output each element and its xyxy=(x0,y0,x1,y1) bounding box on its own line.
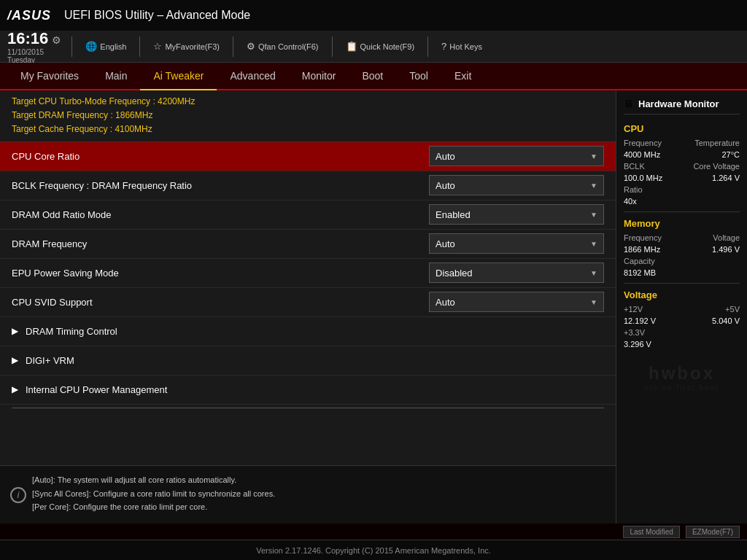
hw-cpu-temp-value: 27°C xyxy=(721,150,740,159)
digi-vrm-label: DIGI+ VRM xyxy=(26,355,74,366)
hotkeys-label: Hot Keys xyxy=(449,42,482,51)
globe-icon: 🌐 xyxy=(85,41,97,52)
bclk-freq-label: BCLK Frequency : DRAM Frequency Ratio xyxy=(12,180,429,191)
dram-freq-dropdown[interactable]: Auto ▼ xyxy=(429,233,604,254)
settings-divider xyxy=(12,408,604,408)
hw-5v-value: 5.040 V xyxy=(712,316,740,325)
ez-mode-button[interactable]: EZMode(F7) xyxy=(686,526,740,538)
footer-text: Version 2.17.1246. Copyright (C) 2015 Am… xyxy=(256,546,491,555)
setting-row-epu: EPU Power Saving Mode Disabled ▼ xyxy=(0,259,616,288)
nav-item-ai-tweaker[interactable]: Ai Tweaker xyxy=(140,63,217,90)
hw-bclk-label: BCLK xyxy=(624,162,645,171)
star-icon: ☆ xyxy=(153,41,162,52)
dropdown-arrow-5: ▼ xyxy=(590,269,597,277)
cpu-svid-value: Auto ▼ xyxy=(429,292,604,312)
epu-dropdown[interactable]: Disabled ▼ xyxy=(429,262,604,283)
cpu-svid-label: CPU SVID Support xyxy=(12,297,429,308)
info-text-3: [Per Core]: Configure the core ratio lim… xyxy=(32,500,604,514)
hw-ratio-value: 40x xyxy=(624,197,637,206)
hw-header: 🖥 Hardware Monitor xyxy=(624,98,740,114)
hw-12v-value: 12.192 V xyxy=(624,316,656,325)
expand-arrow-1: ▶ xyxy=(12,326,18,336)
epu-value: Disabled ▼ xyxy=(429,262,604,283)
hotkeys-icon: ? xyxy=(441,41,446,52)
asus-logo: /ASUS xyxy=(7,8,51,23)
setting-row-bclk-freq: BCLK Frequency : DRAM Frequency Ratio Au… xyxy=(0,171,616,201)
hw-title: Hardware Monitor xyxy=(638,98,719,109)
note-icon: 📋 xyxy=(346,41,357,52)
clock-time: 16:16 xyxy=(7,29,48,47)
hw-cpu-row-3: BCLK Core Voltage xyxy=(624,162,740,171)
expand-arrow-3: ▶ xyxy=(12,384,18,394)
nav-item-exit[interactable]: Exit xyxy=(441,63,484,89)
hw-cpu-row-1: Frequency Temperature xyxy=(624,139,740,147)
bclk-freq-dropdown[interactable]: Auto ▼ xyxy=(429,175,604,195)
hw-volt-row-2: 12.192 V 5.040 V xyxy=(624,316,740,325)
header-title: UEFI BIOS Utility – Advanced Mode xyxy=(64,9,250,22)
info-bar: Target CPU Turbo-Mode Frequency : 4200MH… xyxy=(0,90,616,142)
hw-memory-title: Memory xyxy=(624,218,740,229)
right-panel: 🖥 Hardware Monitor CPU Frequency Tempera… xyxy=(616,90,747,524)
toolbar-sep-4 xyxy=(332,36,333,57)
left-panel: Target CPU Turbo-Mode Frequency : 4200MH… xyxy=(0,90,616,524)
hw-volt-row-3: +3.3V xyxy=(624,328,740,337)
hw-volt-row-1: +12V +5V xyxy=(624,305,740,314)
hw-ratio-label: Ratio xyxy=(624,185,643,194)
hw-temp-label: Temperature xyxy=(694,139,740,147)
hw-capacity-label: Capacity xyxy=(624,257,655,265)
myfavorite-label: MyFavorite(F3) xyxy=(165,42,220,51)
cpu-core-ratio-dropdown[interactable]: Auto ▼ xyxy=(429,146,604,166)
hw-cpu-freq-value: 4000 MHz xyxy=(624,150,660,159)
cpu-core-ratio-value: Auto ▼ xyxy=(429,146,604,166)
hw-mem-row-4: 8192 MB xyxy=(624,268,740,277)
cpu-core-ratio-label: CPU Core Ratio xyxy=(12,151,429,162)
nav-item-main[interactable]: Main xyxy=(92,63,140,89)
nav-item-boot[interactable]: Boot xyxy=(349,63,396,89)
dram-timing-control-row[interactable]: ▶ DRAM Timing Control xyxy=(0,317,616,346)
hw-core-volt-value: 1.264 V xyxy=(712,174,740,182)
nav-item-monitor[interactable]: Monitor xyxy=(289,63,349,89)
nav-item-advanced[interactable]: Advanced xyxy=(217,63,288,89)
hw-cpu-row-4: 100.0 MHz 1.264 V xyxy=(624,174,740,182)
dram-odd-dropdown[interactable]: Enabled ▼ xyxy=(429,204,604,225)
quicknote-button[interactable]: 📋 Quick Note(F9) xyxy=(340,38,421,55)
hw-voltage-title: Voltage xyxy=(624,289,740,300)
hw-bclk-value: 100.0 MHz xyxy=(624,174,662,182)
header: /ASUS UEFI BIOS Utility – Advanced Mode xyxy=(0,0,747,31)
hw-mem-row-3: Capacity xyxy=(624,257,740,265)
internal-cpu-power-row[interactable]: ▶ Internal CPU Power Management xyxy=(0,376,616,405)
dram-freq-value: Auto ▼ xyxy=(429,233,604,254)
hw-mem-row-1: Frequency Voltage xyxy=(624,233,740,242)
language-button[interactable]: 🌐 English xyxy=(80,38,132,55)
info-icon: i xyxy=(10,487,26,503)
hwbox-watermark: hwbox xyxy=(624,363,740,384)
hw-33v-label: +3.3V xyxy=(624,328,645,337)
hw-freq-label: Frequency xyxy=(624,139,662,147)
setting-row-dram-freq: DRAM Frequency Auto ▼ xyxy=(0,230,616,259)
quicknote-label: Quick Note(F9) xyxy=(360,42,415,51)
fan-icon: ⚙ xyxy=(247,41,255,52)
digi-vrm-row[interactable]: ▶ DIGI+ VRM xyxy=(0,346,616,376)
hw-mem-volt-value: 1.496 V xyxy=(712,245,740,254)
info-line-3: Target Cache Frequency : 4100MHz xyxy=(12,122,604,136)
cpu-svid-dropdown[interactable]: Auto ▼ xyxy=(429,292,604,312)
dram-timing-label: DRAM Timing Control xyxy=(26,326,117,337)
nav-item-tool[interactable]: Tool xyxy=(396,63,441,89)
qfan-button[interactable]: ⚙ Qfan Control(F6) xyxy=(241,38,325,55)
dropdown-arrow-3: ▼ xyxy=(590,211,597,219)
hw-mem-volt-label: Voltage xyxy=(713,233,740,242)
hw-mem-row-2: 1866 MHz 1.496 V xyxy=(624,245,740,254)
expand-arrow-2: ▶ xyxy=(12,355,18,365)
last-modified-button[interactable]: Last Modified xyxy=(623,526,679,538)
hw-capacity-value: 8192 MB xyxy=(624,268,656,277)
hw-cpu-row-6: 40x xyxy=(624,197,740,206)
hw-cpu-title: CPU xyxy=(624,123,740,134)
footer: Version 2.17.1246. Copyright (C) 2015 Am… xyxy=(0,540,747,560)
clock-date-line1: 11/10/2015 xyxy=(7,48,61,56)
hotkeys-button[interactable]: ? Hot Keys xyxy=(436,38,488,55)
toolbar-datetime: 16:16 ⚙ 11/10/2015 Tuesday xyxy=(7,29,61,64)
info-line-2: Target DRAM Frequency : 1866MHz xyxy=(12,109,604,122)
myfavorite-button[interactable]: ☆ MyFavorite(F3) xyxy=(147,38,225,55)
hwbox-tagline: o/c on first boot xyxy=(624,384,740,392)
nav-item-my-favorites[interactable]: My Favorites xyxy=(7,63,92,89)
